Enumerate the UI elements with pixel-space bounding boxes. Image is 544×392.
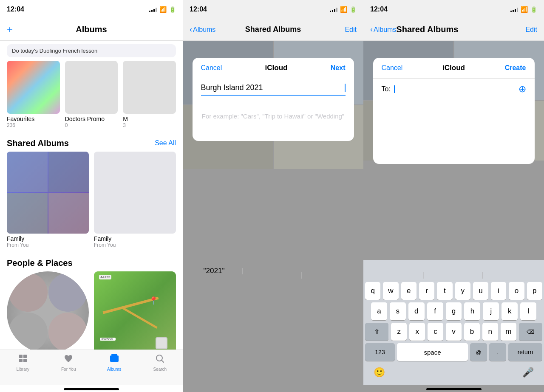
album-name-modal: Cancel iCloud Next Burgh Island 2021 For… (193, 58, 354, 141)
people-places-title: People & Places (7, 258, 73, 268)
tab-search[interactable]: Search (137, 353, 183, 372)
album-favourites[interactable]: Favourites 236 (7, 61, 60, 128)
key-y[interactable]: y (455, 282, 470, 300)
key-row-qwerty: q w e r t y u i o p (365, 282, 542, 300)
keyboard-qwerty: q w e r t y u i o p a s d f g h j k l ⇧ … (363, 260, 544, 385)
icloud1-nav-title: Shared Albums (245, 25, 301, 34)
icloud1-nav: ‹ Albums Shared Albums Edit (183, 19, 363, 41)
key-z[interactable]: z (391, 323, 407, 341)
album-name-input[interactable]: Burgh Island 2021 (201, 83, 345, 92)
key-d[interactable]: d (408, 302, 425, 320)
key-f[interactable]: f (427, 302, 443, 320)
tab-albums[interactable]: Albums (91, 353, 137, 372)
album-name-favourites: Favourites (7, 116, 60, 122)
albums-scroll-area[interactable]: Do today's Duolingo French lesson Favour… (0, 41, 183, 350)
key-u[interactable]: u (473, 282, 488, 300)
shared-album-family1[interactable]: Family From You (7, 152, 89, 248)
to-modal-create-button[interactable]: Create (505, 64, 526, 72)
shared-album-family2[interactable]: Family From You (94, 152, 176, 248)
album-doctors[interactable]: Doctors Promo 0 (65, 61, 118, 128)
pp-places[interactable]: A4123 HaleSow... 📍 Places 13,623 (94, 271, 176, 350)
qwerty-delete-key[interactable]: ⌫ (519, 323, 542, 341)
people-places-section: People & Places People 28 (7, 251, 176, 350)
status-bar-1: 12:04 📶 🔋 (0, 0, 183, 19)
key-v[interactable]: v (446, 323, 462, 341)
tab-search-label: Search (153, 367, 167, 372)
shared-album-sub-family2: From You (94, 242, 176, 248)
status-time-2: 12:04 (190, 6, 207, 13)
to-cursor (394, 85, 395, 93)
key-123[interactable]: 123 (365, 343, 395, 361)
key-n[interactable]: n (482, 323, 498, 341)
add-contact-button[interactable]: ⊕ (518, 84, 526, 95)
key-j[interactable]: j (483, 302, 499, 320)
tab-library[interactable]: Library (0, 353, 46, 372)
key-c[interactable]: c (428, 323, 443, 341)
key-o[interactable]: o (509, 282, 524, 300)
icloud2-nav-title: Shared Albums (396, 25, 458, 34)
album-third[interactable]: M 3 (123, 61, 176, 128)
svg-rect-5 (111, 354, 117, 355)
signal-icon-2 (330, 7, 337, 12)
pp-thumb-places: A4123 HaleSow... 📍 (94, 271, 176, 350)
home-indicator-1 (64, 388, 119, 390)
signal-icon (149, 7, 157, 12)
modal-next-button[interactable]: Next (331, 64, 346, 72)
key-r[interactable]: r (419, 282, 434, 300)
key-dot-2[interactable]: . (489, 343, 506, 361)
key-w[interactable]: w (383, 282, 398, 300)
shared-album-label-family1: Family (7, 235, 89, 242)
shared-album-sub-family1: From You (7, 242, 89, 248)
see-all-button[interactable]: See All (155, 139, 176, 147)
icloud1-edit-button[interactable]: Edit (345, 26, 357, 34)
mic-button-3[interactable]: 🎤 (522, 367, 534, 378)
svg-rect-0 (19, 355, 23, 358)
back-to-albums-button[interactable]: ‹ Albums (190, 25, 215, 34)
key-k[interactable]: k (502, 302, 518, 320)
key-q[interactable]: q (365, 282, 380, 300)
album-thumb-doctors (65, 61, 118, 114)
album-to-modal: Cancel iCloud Create To: ⊕ (373, 58, 535, 164)
pp-people[interactable]: People 28 (7, 271, 89, 350)
shared-albums-header: Shared Albums See All (7, 132, 176, 152)
modal-cancel-button[interactable]: Cancel (201, 64, 222, 72)
key-e[interactable]: e (401, 282, 416, 300)
tab-albums-label: Albums (107, 367, 121, 372)
key-return-2[interactable]: return (508, 343, 542, 361)
to-label: To: (382, 85, 391, 93)
key-t[interactable]: t (437, 282, 452, 300)
album-name-doctors: Doctors Promo (65, 116, 118, 122)
shared-albums-row: Family From You Family From You (7, 152, 176, 248)
status-bar-3: 12:04 📶 🔋 (363, 0, 544, 19)
back-to-albums-button-2[interactable]: ‹ Albums (370, 25, 396, 34)
status-icons-3: 📶 🔋 (510, 6, 537, 13)
notification-banner[interactable]: Do today's Duolingo French lesson (7, 44, 176, 57)
key-m[interactable]: m (501, 323, 516, 341)
suggestion-2021[interactable]: "2021" (184, 267, 244, 275)
to-modal-cancel-button[interactable]: Cancel (382, 64, 403, 72)
key-g[interactable]: g (446, 302, 462, 320)
people-places-header: People & Places (7, 251, 176, 271)
key-a[interactable]: a (371, 302, 387, 320)
key-at-2[interactable]: @ (470, 343, 487, 361)
albums-title: Albums (76, 25, 107, 34)
icloud2-edit-button[interactable]: Edit (525, 26, 537, 34)
key-h[interactable]: h (464, 302, 480, 320)
key-p[interactable]: p (527, 282, 542, 300)
tab-bar: Library For You Albums (0, 350, 183, 385)
tab-search-icon (155, 353, 165, 366)
key-x[interactable]: x (409, 323, 425, 341)
svg-rect-1 (23, 355, 27, 358)
key-s[interactable]: s (390, 302, 406, 320)
add-album-button[interactable]: + (7, 24, 13, 36)
svg-rect-2 (19, 359, 23, 362)
key-space-2[interactable]: space (397, 343, 468, 361)
tab-for-you[interactable]: For You (46, 353, 92, 372)
key-i[interactable]: i (491, 282, 506, 300)
modal-body-naming: Burgh Island 2021 For example: "Cars", "… (193, 78, 354, 141)
key-b[interactable]: b (464, 323, 480, 341)
key-l[interactable]: l (520, 302, 536, 320)
emoji-button-3[interactable]: 🙂 (374, 367, 385, 378)
album-thumb-favourites (7, 61, 60, 114)
shift-key[interactable]: ⇧ (365, 323, 388, 341)
